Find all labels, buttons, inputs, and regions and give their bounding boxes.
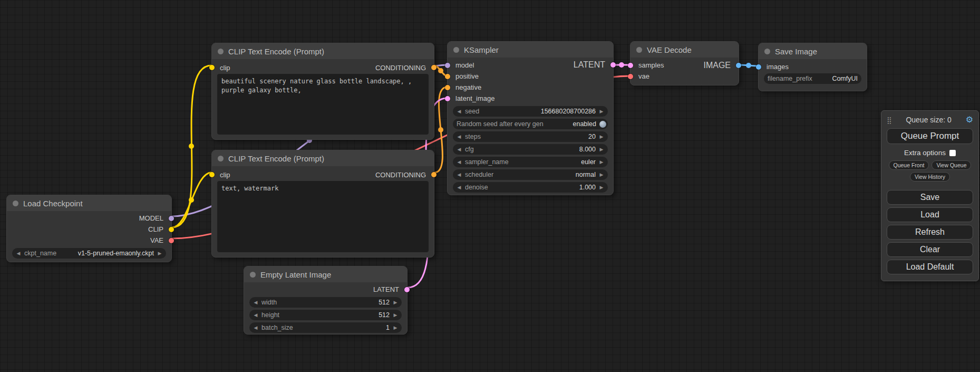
view-queue-button[interactable]: View Queue: [932, 160, 971, 170]
increment-arrow-icon[interactable]: ▶: [157, 251, 162, 256]
save-button[interactable]: Save: [887, 190, 973, 205]
input-label: positive: [448, 72, 479, 80]
node-collapse-dot[interactable]: [218, 49, 224, 54]
increment-arrow-icon[interactable]: ▶: [393, 300, 398, 305]
sampler-name-combo-widget[interactable]: ◀ sampler_name euler ▶: [453, 157, 608, 167]
increment-arrow-icon[interactable]: ▶: [599, 172, 604, 177]
prompt-text-area[interactable]: beautiful scenery nature glass bottle la…: [217, 74, 429, 135]
filename-prefix-text-widget[interactable]: filename_prefix ComfyUI: [764, 73, 861, 84]
node-title-bar[interactable]: KSampler: [448, 42, 613, 58]
node-title: Load Checkpoint: [23, 199, 83, 208]
steps-number-widget[interactable]: ◀ steps 20 ▶: [453, 131, 608, 142]
node-collapse-dot[interactable]: [250, 272, 256, 278]
view-history-button[interactable]: View History: [910, 172, 950, 182]
samples-input-dot[interactable]: [628, 63, 633, 68]
clip-input-dot[interactable]: [209, 65, 215, 70]
decrement-arrow-icon[interactable]: ◀: [457, 159, 462, 165]
node-empty-latent-image[interactable]: Empty Latent Image LATENT ◀ width 512 ▶ …: [244, 266, 407, 335]
increment-arrow-icon[interactable]: ▶: [393, 312, 398, 318]
node-title-bar[interactable]: Empty Latent Image: [244, 266, 407, 282]
model-output-dot[interactable]: [169, 216, 174, 221]
cfg-number-widget[interactable]: ◀ cfg 8.000 ▶: [453, 144, 608, 155]
node-clip-text-encode-negative[interactable]: CLIP Text Encode (Prompt) clip CONDITION…: [211, 150, 434, 257]
refresh-button[interactable]: Refresh: [887, 225, 973, 240]
vae-input-dot[interactable]: [628, 74, 633, 79]
increment-arrow-icon[interactable]: ▶: [393, 325, 398, 330]
queue-prompt-button[interactable]: Queue Prompt: [887, 128, 973, 144]
seed-number-widget[interactable]: ◀ seed 156680208700286 ▶: [453, 106, 608, 117]
node-save-image[interactable]: Save Image images filename_prefix ComfyU…: [758, 43, 867, 91]
extra-options-checkbox[interactable]: [949, 150, 956, 156]
widget-label: width: [261, 299, 277, 306]
widget-label: sampler_name: [465, 158, 509, 166]
load-button[interactable]: Load: [887, 207, 973, 222]
node-collapse-dot[interactable]: [218, 156, 224, 161]
toggle-knob[interactable]: [599, 121, 606, 128]
node-collapse-dot[interactable]: [453, 47, 459, 53]
node-title-bar[interactable]: CLIP Text Encode (Prompt): [212, 43, 434, 59]
clip-output-dot[interactable]: [169, 227, 174, 232]
widget-label: Random seed after every gen: [457, 120, 544, 128]
negative-input-dot[interactable]: [445, 85, 450, 90]
node-title-bar[interactable]: Save Image: [759, 43, 867, 59]
node-collapse-dot[interactable]: [636, 47, 642, 53]
widget-value: 20: [588, 133, 596, 140]
decrement-arrow-icon[interactable]: ◀: [457, 134, 462, 139]
node-collapse-dot[interactable]: [764, 49, 770, 54]
images-input-dot[interactable]: [756, 64, 761, 70]
node-title-bar[interactable]: VAE Decode: [630, 42, 739, 58]
ckpt-name-combo-widget[interactable]: ◀ ckpt_name v1-5-pruned-emaonly.ckpt ▶: [12, 248, 166, 259]
clear-button[interactable]: Clear: [887, 242, 973, 257]
denoise-number-widget[interactable]: ◀ denoise 1.000 ▶: [453, 182, 608, 193]
node-ksampler[interactable]: KSampler LATENT model positive negative …: [447, 41, 614, 195]
increment-arrow-icon[interactable]: ▶: [599, 109, 604, 114]
widget-value: 8.000: [579, 146, 596, 153]
widget-value: 1.000: [579, 184, 596, 191]
node-clip-text-encode-positive[interactable]: CLIP Text Encode (Prompt) clip CONDITION…: [211, 43, 434, 140]
output-slot-clip: CLIP: [7, 224, 171, 235]
vae-output-dot[interactable]: [169, 238, 174, 243]
node-vae-decode[interactable]: VAE Decode IMAGE samples vae: [630, 41, 739, 85]
increment-arrow-icon[interactable]: ▶: [599, 147, 604, 152]
output-label: MODEL: [139, 214, 171, 222]
input-slot-images: images: [759, 61, 867, 72]
latent-output-dot[interactable]: [404, 287, 410, 292]
load-default-button[interactable]: Load Default: [887, 260, 973, 274]
model-input-dot[interactable]: [445, 63, 450, 68]
conditioning-output-dot[interactable]: [431, 65, 436, 70]
conditioning-output-dot[interactable]: [431, 172, 436, 177]
link-midpoint-dot: [438, 68, 443, 73]
clip-input-dot[interactable]: [209, 172, 215, 177]
positive-input-dot[interactable]: [445, 74, 450, 79]
widget-value: 512: [379, 311, 390, 319]
random-seed-toggle-widget[interactable]: Random seed after every gen enabled: [453, 119, 608, 129]
increment-arrow-icon[interactable]: ▶: [599, 159, 604, 165]
node-title-bar[interactable]: CLIP Text Encode (Prompt): [212, 150, 434, 166]
node-graph-canvas[interactable]: Load Checkpoint MODEL CLIP VAE ◀ ckpt_na…: [0, 0, 980, 372]
queue-front-button[interactable]: Queue Front: [889, 160, 929, 170]
node-title-bar[interactable]: Load Checkpoint: [7, 195, 171, 211]
latent-image-input-dot[interactable]: [445, 96, 450, 101]
decrement-arrow-icon[interactable]: ◀: [253, 312, 258, 318]
settings-gear-icon[interactable]: ⚙: [966, 116, 973, 124]
input-slot-samples: samples: [630, 60, 739, 71]
decrement-arrow-icon[interactable]: ◀: [253, 325, 258, 330]
height-number-widget[interactable]: ◀ height 512 ▶: [249, 310, 402, 320]
decrement-arrow-icon[interactable]: ◀: [457, 172, 462, 177]
width-number-widget[interactable]: ◀ width 512 ▶: [249, 297, 402, 308]
increment-arrow-icon[interactable]: ▶: [599, 134, 604, 139]
batch-size-number-widget[interactable]: ◀ batch_size 1 ▶: [249, 322, 402, 333]
prompt-text-area[interactable]: text, watermark: [217, 181, 429, 252]
node-load-checkpoint[interactable]: Load Checkpoint MODEL CLIP VAE ◀ ckpt_na…: [6, 195, 172, 262]
link-midpoint-dot: [619, 62, 624, 68]
decrement-arrow-icon[interactable]: ◀: [253, 300, 258, 305]
output-slot-latent: LATENT: [244, 284, 407, 295]
scheduler-combo-widget[interactable]: ◀ scheduler normal ▶: [453, 169, 608, 180]
node-collapse-dot[interactable]: [13, 201, 18, 206]
decrement-arrow-icon[interactable]: ◀: [457, 147, 462, 152]
decrement-arrow-icon[interactable]: ◀: [457, 109, 462, 114]
decrement-arrow-icon[interactable]: ◀: [457, 185, 462, 190]
drag-handle-icon[interactable]: ⣿: [887, 116, 892, 124]
increment-arrow-icon[interactable]: ▶: [599, 185, 604, 190]
decrement-arrow-icon[interactable]: ◀: [16, 251, 21, 256]
